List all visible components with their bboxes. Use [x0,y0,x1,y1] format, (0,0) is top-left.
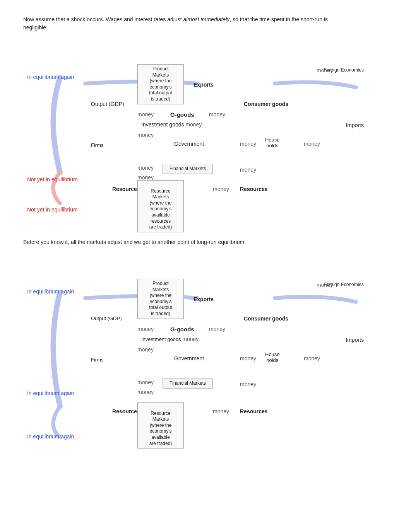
money-house-right: money [304,141,320,147]
money-resource: money [213,186,229,192]
not-equil-1: Not yet in equilibrium [27,176,78,182]
output-gdp-2: Output (GDP) [91,315,122,321]
investment-goods-2: Investment goods money [141,336,199,342]
money2-resource: money [213,408,229,414]
money2-invest: money [137,346,154,353]
money-invest: money [137,132,154,138]
resource-markets-box-2: Resource Markets (where the economy's av… [137,402,184,448]
g-goods: G-goods [170,111,194,118]
money2-house-left: money [240,355,256,361]
investment-goods: Investment goods money [141,121,202,128]
money-fin-right: money [240,167,256,173]
exports-2: Exports [194,296,214,302]
product-markets-box: Product Markets (where the economy's tot… [137,64,184,104]
intro-text: Now assume that a shock occurs. Wages an… [23,15,341,32]
money-fin-left: money [137,165,154,171]
equil2-label-1: In equilibrium again [27,288,74,295]
money-fin-left2: money [137,174,154,181]
money2-ggoods: money [209,326,225,332]
exports: Exports [194,82,214,88]
money-house-left: money [240,141,256,147]
financial-markets: Financial Markets [163,164,213,174]
resource-markets-box: Resource Markets (where the economy's av… [137,180,184,232]
equilibrium-label-1: In equilibrium again [27,74,74,80]
section2-text: Before you know it, all the markets adju… [23,238,341,246]
government-2: Government [174,355,204,361]
government: Government [174,141,204,147]
households-2: House holds [265,351,280,363]
resources-left: Resources [112,186,140,192]
money2-fin-right: money [240,381,256,387]
equil2-label-2: In equilibrium again [27,390,74,396]
resources2-left: Resources [112,408,140,414]
diagram-1: In equilibrium again Product Markets (wh… [23,41,372,219]
diagram-2: In equilibrium again Product Markets (wh… [23,256,372,449]
money2-fin-left: money [137,379,154,385]
resources-right: Resources [240,186,268,192]
g-goods-2: G-goods [170,326,194,332]
not-equil-2: Not yet in equilibrium [27,206,78,213]
money-top-right: money [317,67,333,73]
consumer-goods: Consumer goods [244,101,288,107]
product-markets-box-2: Product Markets (where the economy's tot… [137,279,184,319]
equil2-label-3: In equilibrium again [27,433,74,440]
money2-top-right: money [317,282,333,288]
output-gdp: Output (GDP) [91,101,124,107]
money-gdp: money [137,111,154,118]
imports: Imports [346,122,364,128]
money-ggoods: money [209,111,225,118]
consumer-goods-2: Consumer goods [244,315,288,322]
resources2-right: Resources [240,408,268,414]
money2-fin-left2: money [137,389,154,395]
money2-gdp: money [137,326,154,332]
firms-2: Firms [91,357,104,363]
households: House holds [265,137,280,148]
imports-2: Imports [346,337,364,343]
firms: Firms [91,142,104,148]
money2-house-right: money [304,355,320,361]
financial-markets-2: Financial Markets [163,379,213,389]
